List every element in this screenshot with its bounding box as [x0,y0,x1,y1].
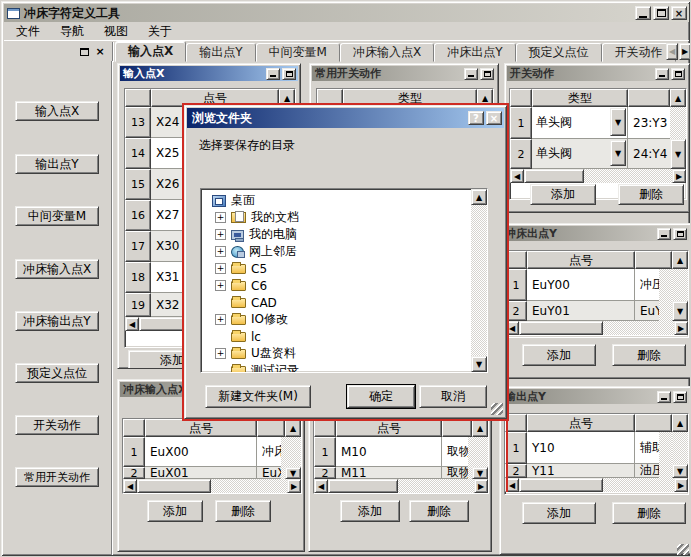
output-y-titlebar[interactable]: 输出点Y [502,389,689,404]
vscroll-down-icon[interactable]: ▼ [472,467,488,479]
cell[interactable]: 取物 [442,467,468,479]
sidebar-button-output-y[interactable]: 输出点Y [15,154,99,174]
menu-navigate[interactable]: 导航 [50,21,94,42]
tree-item-c6[interactable]: + C6 [203,277,469,294]
sidebar-button-punch-in-x[interactable]: 冲床输入点X [15,259,99,279]
hscroll-right-icon[interactable]: ▶ [672,169,686,183]
actions-hscrollbar[interactable]: ◀ ▶ [510,169,686,183]
cell[interactable]: M10 [336,437,442,467]
expand-icon[interactable]: + [215,314,226,325]
menu-file[interactable]: 文件 [6,21,50,42]
main-titlebar[interactable]: 冲床字符定义工具 × [4,4,689,22]
hscroll-thumb[interactable] [137,479,211,493]
punch-in-x-col-header[interactable]: 点号 [145,419,257,437]
sidebar-button-predefined[interactable]: 预定义点位 [15,363,99,383]
punch-out-y-titlebar[interactable]: 冲床出点Y [502,226,689,241]
var-m-add-button[interactable]: 添加 [340,500,400,522]
close-icon[interactable]: × [671,6,687,20]
hscroll-right-icon[interactable]: ▶ [474,479,488,493]
tree-item-test-records[interactable]: 测试记录 [203,362,469,373]
cancel-button[interactable]: 取消 [419,385,487,408]
ok-button[interactable]: 确定 [347,385,415,408]
row-header[interactable]: 1 [314,437,336,467]
dialog-help-icon[interactable]: ? [468,111,484,125]
common-actions-maximize-icon[interactable] [480,68,494,80]
common-actions-minimize-icon[interactable] [464,68,478,80]
row-header[interactable]: 1 [123,437,145,467]
hscroll-thumb[interactable] [524,169,584,183]
vscroll-up-icon[interactable]: ▲ [472,419,488,437]
punch-out-y-add-button[interactable]: 添加 [522,344,596,366]
combo-drop-icon[interactable]: ▼ [610,140,626,166]
vscroll-down-icon[interactable]: ▼ [285,467,301,479]
actions-minimize-icon[interactable] [655,68,669,80]
tree-vscrollbar[interactable]: ▲ ▼ [471,189,487,372]
tab-scroll-left-icon[interactable]: ◀ [666,43,678,60]
dialog-titlebar[interactable]: 浏览文件夹 ? × [187,108,504,128]
tree-item-desktop[interactable]: 桌面 [203,192,469,209]
cell[interactable]: 24:Y4 [628,139,670,169]
var-m-hscrollbar[interactable]: ◀ ▶ [314,479,488,493]
tab-input-x[interactable]: 输入点X [115,41,186,62]
vscroll-down-icon[interactable]: ▼ [471,356,487,372]
row-header[interactable]: 2 [510,139,532,169]
tab-punch-out-y[interactable]: 冲床出点Y [434,43,515,62]
row-header[interactable]: 2 [123,467,145,479]
cell[interactable]: Y10 [527,432,635,464]
expand-icon[interactable]: + [215,348,226,359]
dock-close-icon[interactable]: × [93,45,107,58]
punch-out-y-col-header[interactable]: 点号 [527,251,635,269]
tree-item-my-documents[interactable]: + 我的文档 [203,209,469,226]
sidebar-button-common-actions[interactable]: 常用开关动作 [15,467,99,487]
output-y-minimize-icon[interactable] [657,391,671,403]
tab-output-y[interactable]: 输出点Y [186,43,255,62]
cell[interactable]: EuX00 [145,437,257,467]
actions-add-button[interactable]: 添加 [530,184,596,205]
output-y-delete-button[interactable]: 删除 [612,502,686,524]
punch-out-y-hscrollbar[interactable]: ◀ ▶ [505,321,688,335]
cell[interactable]: 辅助 [635,432,659,464]
tree-item-io[interactable]: + IO修改 [203,311,469,328]
output-y-maximize-icon[interactable] [673,391,687,403]
tree-item-network[interactable]: + 网上邻居 [203,243,469,260]
hscroll-right-icon[interactable]: ▶ [674,321,688,335]
actions-titlebar[interactable]: 开关动作 [507,66,687,81]
cell[interactable]: EuY01 [527,301,635,321]
hscroll-left-icon[interactable]: ◀ [314,479,328,493]
hscroll-thumb[interactable] [519,321,603,335]
vscroll-down-icon[interactable]: ▼ [672,464,688,478]
actions-vscroll-up-icon[interactable]: ▲ [670,89,686,107]
sidebar-button-var-m[interactable]: 中间变量M [15,206,99,226]
hscroll-left-icon[interactable]: ◀ [125,317,139,331]
expand-icon[interactable]: + [215,229,226,240]
tree-item-lc[interactable]: lc [203,328,469,345]
tab-var-m[interactable]: 中间变量M [256,43,340,62]
row-header[interactable]: 18 [125,262,151,293]
actions-type-combo[interactable]: 单头阀 ▼ [532,107,628,139]
vscroll-down-icon[interactable]: ▼ [672,301,688,321]
actions-delete-button[interactable]: 删除 [618,184,684,205]
row-header[interactable]: 1 [505,432,527,464]
dock-float-icon[interactable] [77,45,91,58]
hscroll-right-icon[interactable]: ▶ [287,479,301,493]
input-x-minimize-icon[interactable] [266,68,280,80]
row-header[interactable]: 14 [125,138,151,169]
sidebar-button-actions[interactable]: 开关动作 [15,415,99,435]
hscroll-left-icon[interactable]: ◀ [123,479,137,493]
input-x-maximize-icon[interactable] [282,68,296,80]
actions-vscroll-down-icon[interactable]: ▼ [670,139,686,169]
var-m-delete-button[interactable]: 删除 [409,500,469,522]
punch-out-y-delete-button[interactable]: 删除 [612,344,686,366]
row-header[interactable]: 13 [125,107,151,138]
cell[interactable]: 冲压 [635,269,659,301]
row-header[interactable]: 19 [125,293,151,317]
hscroll-thumb[interactable] [328,479,398,493]
punch-in-x-add-button[interactable]: 添加 [147,500,203,522]
tab-scroll-right-icon[interactable]: ▶ [679,43,691,60]
expand-icon[interactable]: + [215,212,226,223]
cell[interactable]: EuX [257,467,281,479]
cell[interactable]: EuY00 [527,269,635,301]
common-actions-titlebar[interactable]: 常用开关动作 [312,66,496,81]
actions-type-combo[interactable]: 单头阀 ▼ [532,139,628,169]
row-header[interactable]: 17 [125,231,151,262]
